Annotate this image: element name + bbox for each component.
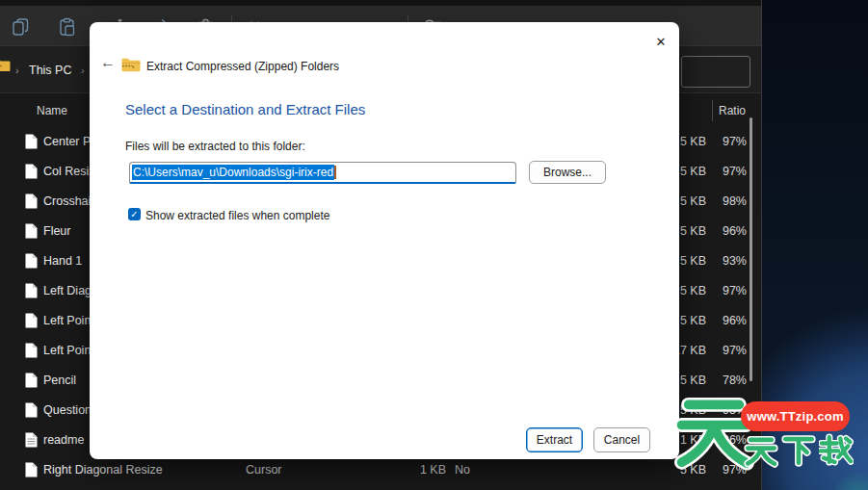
copy-icon [12,17,30,37]
back-button[interactable]: ← [97,52,118,73]
file-ratio: 97% [706,344,747,357]
watermark-char-zai [819,430,854,469]
watermark-small-chars [744,430,854,469]
watermark-char-tian [744,430,778,469]
column-divider[interactable] [712,100,713,121]
file-icon [25,462,38,477]
file-name: Left Poin [43,344,91,357]
dialog-heading: Select a Destination and Extract Files [125,101,365,117]
copy-button[interactable] [12,14,39,39]
destination-path-input[interactable]: C:\Users\mav_u\Downloads\sgi-irix-red [129,162,516,184]
file-icon [25,402,38,418]
file-ratio: 78% [706,374,747,387]
file-name: Fleur [43,224,70,238]
file-ratio: 97% [706,135,747,148]
zip-folder-breadcrumb-icon [0,59,11,72]
file-name: Left Poin [43,314,91,327]
file-name: Col Resiz [43,165,95,178]
file-icon [25,193,38,209]
cancel-button[interactable]: Cancel [593,427,650,452]
browse-button[interactable]: Browse... [529,161,606,184]
file-icon [25,223,38,239]
file-ratio: 97% [706,165,747,178]
file-icon [25,164,38,179]
text-caret [334,166,336,179]
breadcrumb-this-pc[interactable]: This PC [29,64,71,77]
paste-button[interactable] [58,14,85,39]
watermark-char-xia [781,430,816,469]
zip-folder-icon [121,58,141,72]
file-name: Left Diag [43,284,92,297]
file-name: Question [43,403,92,417]
show-files-checkbox[interactable]: ✓ [128,208,141,220]
search-input[interactable] [681,56,750,88]
selected-path-text: C:\Users\mav_u\Downloads\sgi-irix-red [132,165,334,180]
file-icon [25,253,38,269]
dialog-title: Extract Compressed (Zipped) Folders [146,60,339,73]
show-files-checkbox-label: Show extracted files when complete [145,209,329,222]
breadcrumb-chevron: › [81,64,85,76]
file-icon [25,134,38,149]
column-header-ratio[interactable]: Ratio [719,104,746,117]
column-header-name[interactable]: Name [37,104,67,117]
file-icon [25,343,38,358]
file-type: Cursor [246,463,282,477]
destination-label: Files will be extracted to this folder: [125,140,305,153]
watermark-site-pill: www.TTzip.com [741,401,850,431]
breadcrumb-chevron: › [15,64,19,76]
extract-dialog: ← Extract Compressed (Zipped) Folders ✕ … [90,22,679,459]
file-icon [25,283,38,298]
file-row[interactable]: Right Diagonal Resize Cursor 1 KB No 5 K… [0,455,761,485]
file-name: Crosshair [43,194,95,208]
file-ratio: 98% [706,194,747,208]
file-name: readme [43,433,84,447]
file-size-col: 1 KB [402,463,446,477]
file-ratio: 93% [706,254,747,268]
file-icon [25,313,38,328]
extract-button[interactable]: Extract [526,427,583,452]
close-button[interactable]: ✕ [648,30,673,53]
file-icon [25,373,38,388]
file-ratio: 96% [706,314,747,327]
file-name: Hand 1 [43,254,82,268]
file-icon [25,432,38,448]
file-ratio: 96% [706,224,747,238]
file-name: Right Diagonal Resize [43,463,163,477]
file-password-col: No [455,463,470,477]
watermark-site-text: www.TTzip.com [747,409,843,424]
file-ratio: 97% [706,284,747,297]
file-name: Pencil [43,374,76,387]
paste-icon [58,17,76,37]
